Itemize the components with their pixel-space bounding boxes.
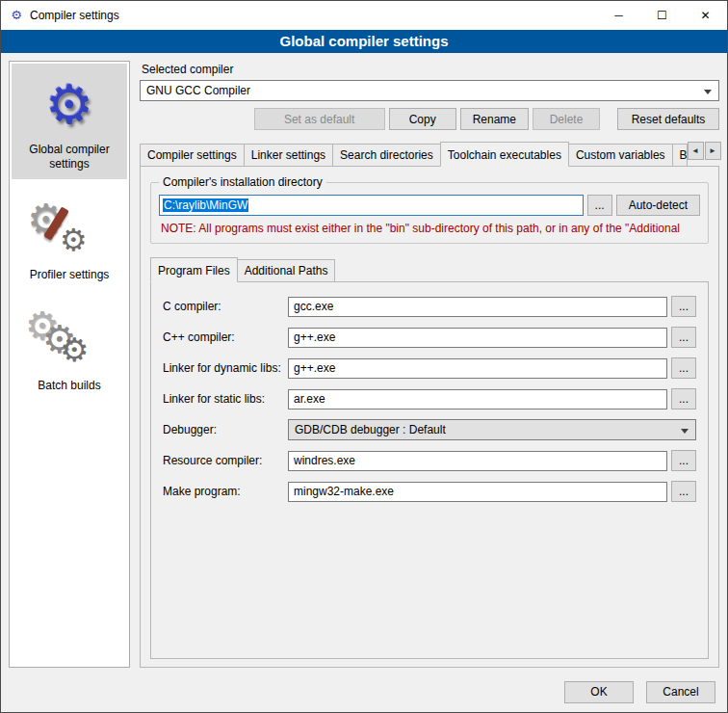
field-row-cpp-compiler: C++ compiler: ... <box>163 327 696 348</box>
maximize-icon: ☐ <box>657 9 667 22</box>
ok-button[interactable]: OK <box>564 681 634 703</box>
c-compiler-input[interactable] <box>288 297 667 317</box>
set-as-default-button[interactable]: Set as default <box>254 108 385 130</box>
browse-directory-button[interactable]: ... <box>587 195 612 216</box>
static-linker-label: Linker for static libs: <box>163 392 288 406</box>
cpp-compiler-input[interactable] <box>288 328 667 348</box>
field-row-static-linker: Linker for static libs: ... <box>163 388 696 409</box>
close-icon: ✕ <box>700 9 710 22</box>
minimize-button[interactable]: ─ <box>597 1 640 30</box>
rename-button[interactable]: Rename <box>460 108 529 130</box>
copy-button[interactable]: Copy <box>389 108 456 130</box>
window-controls: ─ ☐ ✕ <box>597 1 727 30</box>
global-compiler-icon: ⚙ <box>13 71 125 141</box>
batch-builds-icon: ⚙ ⚙ ⚙ <box>13 307 125 377</box>
settings-tabstrip: Compiler settings Linker settings Search… <box>140 142 719 166</box>
cancel-button[interactable]: Cancel <box>646 681 715 703</box>
compiler-actions: Set as default Copy Rename Delete Reset … <box>140 108 719 130</box>
field-row-debugger: Debugger: GDB/CDB debugger : Default <box>163 419 696 440</box>
dynamic-linker-label: Linker for dynamic libs: <box>163 361 288 375</box>
field-row-dynamic-linker: Linker for dynamic libs: ... <box>163 357 696 379</box>
arrow-left-icon: ◄ <box>691 146 699 155</box>
subtab-program-files[interactable]: Program Files <box>150 257 238 282</box>
installation-directory-row: C:\raylib\MinGW ... Auto-detect <box>159 195 700 216</box>
field-row-resource-compiler: Resource compiler: ... <box>163 450 696 471</box>
tab-scroll-controls: ◄ ► <box>687 142 721 160</box>
debugger-value: GDB/CDB debugger : Default <box>295 423 446 436</box>
close-button[interactable]: ✕ <box>684 1 727 30</box>
tab-scroll-right-button[interactable]: ► <box>705 142 721 160</box>
tab-scroll-left-button[interactable]: ◄ <box>688 142 704 160</box>
tab-compiler-settings[interactable]: Compiler settings <box>140 144 245 167</box>
dialog-footer: OK Cancel <box>1 672 727 712</box>
static-linker-input[interactable] <box>288 389 667 409</box>
dialog-body: ⚙ Global compiler settings ⚙ ⚙ Profiler … <box>1 53 727 672</box>
cpp-compiler-browse-button[interactable]: ... <box>671 327 696 348</box>
delete-button[interactable]: Delete <box>533 108 600 130</box>
titlebar[interactable]: ⚙ Compiler settings ─ ☐ ✕ <box>1 1 727 30</box>
tab-search-directories[interactable]: Search directories <box>332 144 441 167</box>
c-compiler-browse-button[interactable]: ... <box>671 296 696 317</box>
dynamic-linker-input[interactable] <box>288 358 667 379</box>
note-text: NOTE: All programs must exist either in … <box>161 222 700 235</box>
selected-compiler-dropdown[interactable]: GNU GCC Compiler <box>140 80 719 101</box>
window-title: Compiler settings <box>30 9 119 22</box>
subtab-additional-paths[interactable]: Additional Paths <box>237 259 336 282</box>
program-files-tabstrip: Program Files Additional Paths <box>150 257 709 281</box>
minimize-icon: ─ <box>614 9 623 22</box>
toolchain-executables-panel: Compiler's installation directory C:\ray… <box>140 166 719 668</box>
selected-compiler-label: Selected compiler <box>142 63 719 76</box>
program-files-panel: C compiler: ... C++ compiler: ... Linker… <box>150 281 709 659</box>
c-compiler-label: C compiler: <box>163 300 288 313</box>
tab-linker-settings[interactable]: Linker settings <box>244 144 333 167</box>
app-icon: ⚙ <box>9 8 24 23</box>
selected-compiler-value: GNU GCC Compiler <box>146 84 250 97</box>
small-gear-icon: ⚙ <box>60 222 88 258</box>
sidebar-item-profiler-settings[interactable]: ⚙ ⚙ Profiler settings <box>12 189 127 290</box>
main-panel: Selected compiler GNU GCC Compiler Set a… <box>140 61 719 668</box>
profiler-icon: ⚙ ⚙ <box>13 197 125 266</box>
resource-compiler-input[interactable] <box>288 451 667 471</box>
tab-build-options[interactable]: Build <box>672 144 688 167</box>
field-row-make-program: Make program: ... <box>163 481 696 502</box>
tab-toolchain-executables[interactable]: Toolchain executables <box>440 142 569 167</box>
sidebar-item-label: Batch builds <box>13 379 125 393</box>
make-program-browse-button[interactable]: ... <box>671 481 696 502</box>
field-row-c-compiler: C compiler: ... <box>163 296 696 317</box>
installation-directory-group-label: Compiler's installation directory <box>159 175 326 189</box>
maximize-button[interactable]: ☐ <box>640 1 684 30</box>
gear-stack-icon-3: ⚙ <box>60 330 89 369</box>
cpp-compiler-label: C++ compiler: <box>163 330 288 344</box>
chevron-down-icon <box>704 90 712 94</box>
blue-gear-icon: ⚙ <box>45 74 93 135</box>
installation-directory-input[interactable]: C:\raylib\MinGW <box>159 195 584 216</box>
sidebar-item-label: Profiler settings <box>13 268 125 282</box>
sidebar-item-label: Global compiler settings <box>13 143 125 172</box>
resource-compiler-browse-button[interactable]: ... <box>671 450 696 471</box>
auto-detect-button[interactable]: Auto-detect <box>616 195 700 216</box>
settings-sidebar: ⚙ Global compiler settings ⚙ ⚙ Profiler … <box>9 61 130 668</box>
resource-compiler-label: Resource compiler: <box>163 454 288 467</box>
reset-defaults-button[interactable]: Reset defaults <box>617 108 719 130</box>
compiler-settings-dialog: ⚙ Compiler settings ─ ☐ ✕ Global compile… <box>0 0 728 713</box>
chevron-down-icon <box>681 429 689 434</box>
debugger-dropdown[interactable]: GDB/CDB debugger : Default <box>288 419 696 440</box>
debugger-label: Debugger: <box>163 423 288 436</box>
make-program-label: Make program: <box>163 485 288 498</box>
installation-directory-value: C:\raylib\MinGW <box>163 198 248 212</box>
installation-directory-group: Compiler's installation directory C:\ray… <box>150 182 709 244</box>
dynamic-linker-browse-button[interactable]: ... <box>671 357 696 379</box>
tab-custom-variables[interactable]: Custom variables <box>568 144 673 167</box>
arrow-right-icon: ► <box>709 146 716 155</box>
dialog-header: Global compiler settings <box>1 30 727 53</box>
make-program-input[interactable] <box>288 482 667 502</box>
sidebar-item-batch-builds[interactable]: ⚙ ⚙ ⚙ Batch builds <box>12 300 127 401</box>
sidebar-item-global-compiler-settings[interactable]: ⚙ Global compiler settings <box>12 64 127 179</box>
static-linker-browse-button[interactable]: ... <box>671 388 696 409</box>
